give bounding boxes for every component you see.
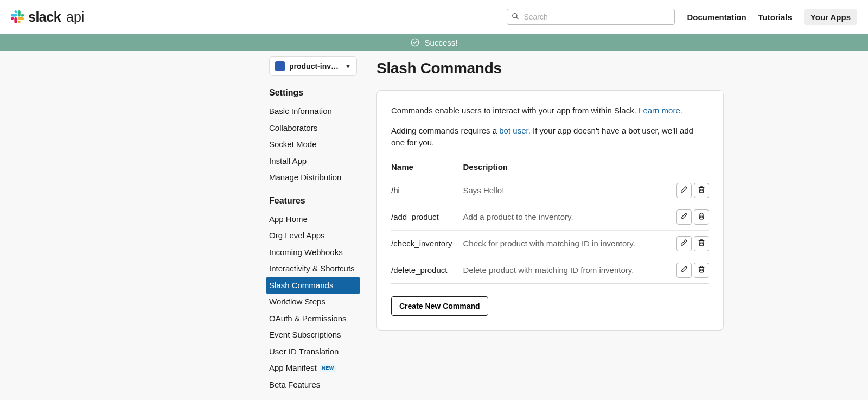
- edit-button[interactable]: [676, 183, 692, 198]
- table-row: /check_inventoryCheck for product with m…: [391, 230, 709, 257]
- sidebar-item-label: Workflow Steps: [269, 296, 326, 308]
- sidebar-item-label: Basic Information: [269, 105, 332, 118]
- edit-button[interactable]: [676, 209, 692, 225]
- topbar: slack api Documentation Tutorials Your A…: [0, 0, 868, 34]
- table-row: /delete_productDelete product with match…: [391, 257, 709, 284]
- table-row: /hiSays Hello!: [391, 177, 709, 204]
- command-name: /delete_product: [391, 257, 463, 284]
- sidebar-item[interactable]: Event Subscriptions: [266, 327, 360, 344]
- sidebar-item[interactable]: User ID Translation: [266, 344, 360, 360]
- sidebar-item[interactable]: OAuth & Permissions: [266, 310, 360, 327]
- trash-icon: [698, 186, 705, 195]
- sidebar-item-label: Interactivity & Shortcuts: [269, 263, 355, 275]
- svg-point-2: [411, 39, 418, 46]
- sidebar-section-heading: Features: [269, 196, 357, 206]
- logo-api-text: api: [66, 9, 84, 25]
- trash-icon: [698, 212, 705, 221]
- success-check-icon: [411, 38, 419, 47]
- command-desc: Delete product with matching ID from inv…: [463, 257, 666, 284]
- sidebar-item-label: User ID Translation: [269, 346, 339, 358]
- sidebar-item[interactable]: Incoming Webhooks: [266, 244, 360, 261]
- sidebar-item-label: Install App: [269, 155, 307, 168]
- create-command-button[interactable]: Create New Command: [391, 296, 488, 316]
- trash-icon: [698, 239, 705, 248]
- sidebar: product-invent… ▼ SettingsBasic Informat…: [269, 56, 357, 400]
- slack-logo-icon: [11, 10, 24, 23]
- pencil-icon: [680, 239, 688, 248]
- delete-button[interactable]: [694, 236, 709, 251]
- command-desc: Add a product to the inventory.: [463, 204, 666, 230]
- col-name: Name: [391, 157, 463, 177]
- delete-button[interactable]: [694, 209, 709, 225]
- logo[interactable]: slack api: [11, 9, 84, 25]
- intro-text-2: Adding commands requires a bot user. If …: [391, 125, 709, 149]
- nav-your-apps[interactable]: Your Apps: [804, 9, 857, 25]
- success-banner: Success!: [0, 34, 868, 51]
- search-wrap: [507, 9, 675, 25]
- delete-button[interactable]: [694, 183, 709, 198]
- sidebar-item-label: Socket Mode: [269, 138, 317, 151]
- sidebar-item[interactable]: Org Level Apps: [266, 227, 360, 244]
- search-icon: [512, 12, 519, 20]
- svg-point-0: [513, 14, 517, 18]
- sidebar-item-label: Collaborators: [269, 122, 317, 135]
- banner-text: Success!: [425, 38, 458, 47]
- page-title: Slash Commands: [376, 60, 724, 77]
- commands-card: Commands enable users to interact with y…: [376, 90, 724, 331]
- intro-text-1: Commands enable users to interact with y…: [391, 105, 709, 117]
- pencil-icon: [680, 186, 688, 195]
- bot-user-link[interactable]: bot user: [499, 126, 528, 135]
- sidebar-item-label: App Home: [269, 213, 308, 226]
- svg-line-1: [516, 17, 518, 19]
- caret-down-icon: ▼: [345, 63, 351, 69]
- nav-tutorials[interactable]: Tutorials: [758, 12, 792, 22]
- app-name: product-invent…: [289, 62, 341, 71]
- sidebar-item-label: App Manifest: [269, 362, 317, 374]
- sidebar-item[interactable]: App ManifestNEW: [266, 360, 360, 377]
- logo-text: slack: [28, 9, 61, 25]
- sidebar-item-label: Beta Features: [269, 379, 320, 391]
- delete-button[interactable]: [694, 263, 709, 278]
- sidebar-item-label: Slash Commands: [269, 280, 333, 292]
- sidebar-item[interactable]: Collaborators: [266, 120, 360, 137]
- command-name: /add_product: [391, 204, 463, 230]
- sidebar-item-label: Event Subscriptions: [269, 329, 341, 341]
- learn-more-link[interactable]: Learn more.: [639, 106, 682, 115]
- commands-table: Name Description /hiSays Hello!/add_prod…: [391, 157, 709, 284]
- command-name: /hi: [391, 177, 463, 204]
- command-desc: Says Hello!: [463, 177, 666, 204]
- top-right: Documentation Tutorials Your Apps: [507, 9, 857, 25]
- sidebar-item[interactable]: Beta Features: [266, 377, 360, 393]
- sidebar-item-label: Manage Distribution: [269, 172, 341, 184]
- sidebar-item-label: Incoming Webhooks: [269, 246, 343, 259]
- edit-button[interactable]: [676, 263, 692, 278]
- sidebar-item[interactable]: Workflow Steps: [266, 294, 360, 310]
- sidebar-section-heading: Settings: [269, 88, 357, 98]
- sidebar-item[interactable]: Socket Mode: [266, 136, 360, 153]
- table-row: /add_productAdd a product to the invento…: [391, 204, 709, 230]
- sidebar-item[interactable]: Slash Commands: [266, 277, 360, 294]
- sidebar-item[interactable]: App Home: [266, 211, 360, 228]
- sidebar-item-label: OAuth & Permissions: [269, 313, 347, 325]
- app-icon: [275, 61, 285, 71]
- edit-button[interactable]: [676, 236, 692, 251]
- sidebar-item[interactable]: Manage Distribution: [266, 169, 360, 186]
- sidebar-item[interactable]: Install App: [266, 153, 360, 170]
- sidebar-item[interactable]: Basic Information: [266, 103, 360, 120]
- sidebar-item-label: Org Level Apps: [269, 230, 325, 242]
- command-name: /check_inventory: [391, 230, 463, 257]
- trash-icon: [698, 265, 705, 275]
- col-desc: Description: [463, 157, 666, 177]
- sidebar-item[interactable]: Interactivity & Shortcuts: [266, 261, 360, 277]
- search-input[interactable]: [507, 9, 675, 25]
- main: Slash Commands Commands enable users to …: [376, 56, 724, 400]
- pencil-icon: [680, 212, 688, 221]
- nav-documentation[interactable]: Documentation: [687, 12, 746, 22]
- command-desc: Check for product with matching ID in in…: [463, 230, 666, 257]
- pencil-icon: [680, 265, 688, 275]
- app-selector[interactable]: product-invent… ▼: [269, 56, 357, 76]
- new-badge: NEW: [320, 364, 336, 373]
